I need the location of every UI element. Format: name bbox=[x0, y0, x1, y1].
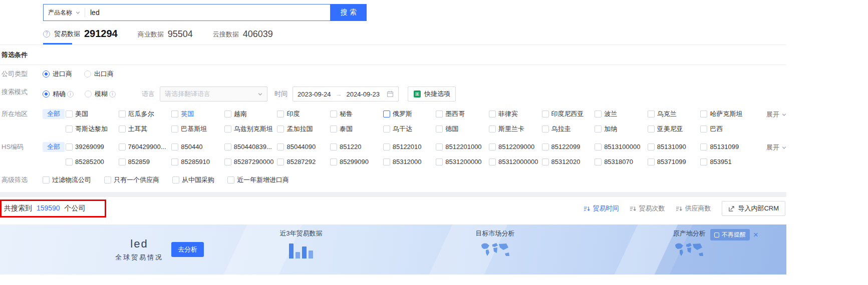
checkbox-icon[interactable] bbox=[436, 110, 443, 118]
checkbox-icon[interactable] bbox=[119, 126, 126, 132]
checkbox-icon[interactable] bbox=[119, 110, 126, 118]
tab-business-data[interactable]: 商业数据 95504 bbox=[138, 29, 193, 44]
checkbox-icon[interactable] bbox=[224, 110, 231, 118]
filter-checkbox[interactable]: 85287292 bbox=[277, 156, 327, 168]
language-select[interactable]: 请选择翻译语言 bbox=[160, 86, 267, 102]
checkbox-icon[interactable] bbox=[119, 144, 126, 150]
filter-checkbox[interactable]: 85371099 bbox=[648, 156, 698, 168]
sort-option[interactable]: 供应商数 bbox=[676, 204, 711, 213]
close-icon[interactable]: × bbox=[753, 230, 758, 239]
radio-fuzzy[interactable]: 模糊 bbox=[85, 88, 108, 100]
filter-checkbox[interactable]: 亚美尼亚 bbox=[648, 124, 698, 134]
filter-checkbox[interactable]: 39269099 bbox=[66, 142, 116, 152]
checkbox-icon[interactable] bbox=[700, 126, 707, 132]
filter-checkbox[interactable]: 菲律宾 bbox=[489, 108, 539, 120]
filter-checkbox[interactable]: 加纳 bbox=[595, 124, 645, 134]
hs-expand-link[interactable]: 展开 bbox=[766, 143, 786, 152]
category-select[interactable]: 产品名称 bbox=[44, 8, 85, 17]
filter-checkbox[interactable]: 俄罗斯 bbox=[383, 108, 433, 120]
filter-checkbox[interactable]: 850440839... bbox=[224, 142, 274, 152]
filter-checkbox[interactable]: 英国 bbox=[171, 108, 221, 120]
filter-checkbox[interactable]: 厄瓜多尔 bbox=[119, 108, 169, 120]
checkbox-icon[interactable] bbox=[648, 158, 655, 166]
checkbox-icon[interactable] bbox=[330, 110, 337, 118]
checkbox-icon[interactable] bbox=[383, 158, 390, 166]
checkbox-icon[interactable] bbox=[542, 158, 549, 166]
checkbox-icon[interactable] bbox=[542, 126, 549, 132]
filter-checkbox[interactable]: 巴西 bbox=[700, 124, 750, 134]
filter-checkbox[interactable]: 乌兹别克斯坦 bbox=[224, 124, 274, 134]
filter-checkbox[interactable]: 85299090 bbox=[330, 156, 380, 168]
filter-checkbox[interactable]: 85285200 bbox=[66, 156, 116, 168]
checkbox-icon[interactable] bbox=[595, 110, 602, 118]
checkbox-icon[interactable] bbox=[171, 126, 178, 132]
filter-checkbox[interactable]: 哥斯达黎加 bbox=[66, 124, 116, 134]
filter-checkbox[interactable]: 851220 bbox=[330, 142, 380, 152]
filter-checkbox[interactable]: 巴基斯坦 bbox=[171, 124, 221, 134]
checkbox-icon[interactable] bbox=[104, 176, 111, 184]
checkbox-icon[interactable] bbox=[119, 158, 126, 166]
radio-importer[interactable]: 进口商 bbox=[43, 68, 72, 80]
region-all-badge[interactable]: 全部 bbox=[43, 109, 65, 119]
tab-cloud-data[interactable]: 云搜数据 406039 bbox=[213, 29, 273, 44]
filter-checkbox[interactable]: 8513100000 bbox=[595, 142, 645, 152]
filter-checkbox[interactable]: 8512201000 bbox=[436, 142, 486, 152]
filter-checkbox[interactable]: 85287290000 bbox=[224, 156, 274, 168]
filter-checkbox[interactable]: 852859 bbox=[119, 156, 169, 168]
quick-options-button[interactable]: 快捷选项 bbox=[408, 86, 456, 102]
checkbox-icon[interactable] bbox=[436, 126, 443, 132]
checkbox-icon[interactable] bbox=[489, 158, 496, 166]
checkbox-icon[interactable] bbox=[489, 126, 496, 132]
checkbox-icon[interactable] bbox=[700, 144, 707, 150]
sort-option[interactable]: 贸易次数 bbox=[630, 204, 665, 213]
dismiss-button[interactable]: 不再提醒 bbox=[710, 229, 750, 240]
hs-all-badge[interactable]: 全部 bbox=[43, 142, 65, 152]
filter-checkbox[interactable]: 850440 bbox=[171, 142, 221, 152]
checkbox-icon[interactable] bbox=[383, 144, 390, 150]
checkbox-icon[interactable] bbox=[489, 144, 496, 150]
help-icon[interactable]: ? bbox=[43, 30, 50, 38]
checkbox-icon[interactable] bbox=[383, 126, 390, 132]
filter-checkbox[interactable]: 越南 bbox=[224, 108, 274, 120]
search-input[interactable] bbox=[85, 8, 330, 16]
filter-checkbox[interactable]: 乌克兰 bbox=[648, 108, 698, 120]
radio-exporter[interactable]: 出口商 bbox=[84, 68, 114, 80]
checkbox-icon[interactable] bbox=[330, 158, 337, 166]
filter-checkbox[interactable]: 近一年新增进口商 bbox=[227, 174, 289, 186]
filter-checkbox[interactable]: 墨西哥 bbox=[436, 108, 486, 120]
filter-checkbox[interactable]: 孟加拉国 bbox=[277, 124, 327, 134]
filter-checkbox[interactable]: 8531200000 bbox=[436, 156, 486, 168]
checkbox-icon[interactable] bbox=[277, 144, 284, 150]
filter-checkbox[interactable]: 印度 bbox=[277, 108, 327, 120]
checkbox-icon[interactable] bbox=[277, 126, 284, 132]
checkbox-icon[interactable] bbox=[277, 158, 284, 166]
filter-checkbox[interactable]: 秘鲁 bbox=[330, 108, 380, 120]
filter-checkbox[interactable]: 853951 bbox=[700, 156, 750, 168]
search-button[interactable]: 搜 索 bbox=[331, 4, 367, 21]
filter-checkbox[interactable]: 印度尼西亚 bbox=[542, 108, 592, 120]
checkbox-icon[interactable] bbox=[171, 158, 178, 166]
checkbox-icon[interactable] bbox=[700, 110, 707, 118]
filter-checkbox[interactable]: 从中国采购 bbox=[172, 174, 214, 186]
checkbox-icon[interactable] bbox=[66, 158, 73, 166]
checkbox-icon[interactable] bbox=[700, 158, 707, 166]
checkbox-icon[interactable] bbox=[224, 144, 231, 150]
result-count[interactable]: 159590 bbox=[37, 204, 60, 212]
checkbox-icon[interactable] bbox=[648, 110, 655, 118]
date-range-picker[interactable]: 2023-09-24 → 2024-09-23 bbox=[293, 86, 399, 102]
filter-checkbox[interactable]: 乌干达 bbox=[383, 124, 433, 134]
checkbox-icon[interactable] bbox=[542, 144, 549, 150]
filter-checkbox[interactable]: 85312000000 bbox=[489, 156, 539, 168]
filter-checkbox[interactable]: 过滤物流公司 bbox=[43, 174, 91, 186]
checkbox-icon[interactable] bbox=[595, 144, 602, 150]
checkbox-icon[interactable] bbox=[171, 144, 178, 150]
checkbox-icon[interactable] bbox=[595, 158, 602, 166]
checkbox-icon[interactable] bbox=[227, 176, 234, 184]
filter-checkbox[interactable]: 85122010 bbox=[383, 142, 433, 152]
filter-checkbox[interactable]: 土耳其 bbox=[119, 124, 169, 134]
checkbox-icon[interactable] bbox=[436, 158, 443, 166]
filter-checkbox[interactable]: 760429900... bbox=[119, 142, 169, 152]
sort-option[interactable]: 贸易时间 bbox=[584, 204, 619, 213]
checkbox-icon[interactable] bbox=[595, 126, 602, 132]
filter-checkbox[interactable]: 泰国 bbox=[330, 124, 380, 134]
